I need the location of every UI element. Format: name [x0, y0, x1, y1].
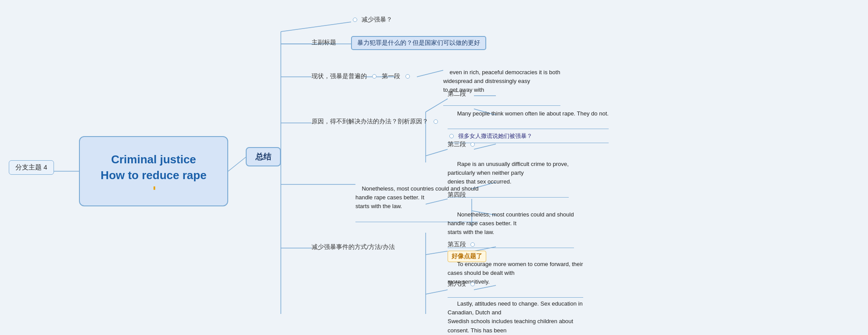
dot-yuan-yin [434, 119, 438, 124]
dot-di-yi-duan [405, 74, 410, 79]
di-liu-duan-text: Lastly, attitudes need to change. Sex ed… [448, 291, 583, 335]
dot-sub-di-er [449, 134, 454, 138]
jian-shao-label: 减少强暴？ [362, 16, 392, 24]
di-er-duan-container: 第二段 Many people think women often lie ab… [448, 90, 609, 143]
zhu-fu-biaoti-label: 主副标题 [312, 39, 336, 46]
svg-line-1 [228, 157, 246, 171]
di-liu-duan-container: 第六段 Lastly, attitudes need to change. Se… [448, 280, 583, 335]
di-er-duan-sub: 很多女人撒谎说她们被强暴？ [458, 132, 532, 140]
di-yi-duan-label: 第一段 [382, 72, 400, 80]
central-node-text: Criminal justice [100, 151, 206, 167]
mindmap-container: Criminal justice How to reduce rape ▮ 分支… [0, 0, 868, 335]
dot-di-wu [470, 242, 475, 247]
yuan-yin-label: 原因，得不到解决办法的办法？剖析原因？ [312, 118, 428, 126]
dot-jianshao [353, 18, 357, 22]
di-si-duan-label: 第四段 [448, 191, 466, 199]
jian-shao-node[interactable]: 减少强暴？ [351, 16, 392, 24]
bao-li-fanzui-node[interactable]: 暴力犯罪是什么的？但是国家们可以做的更好 [351, 36, 486, 50]
svg-line-25 [426, 251, 448, 255]
di-liu-duan-label: 第六段 [448, 280, 466, 288]
svg-line-6 [281, 22, 351, 32]
zhu-fu-biaoti-node[interactable]: 主副标题 [312, 39, 336, 47]
svg-line-27 [426, 290, 448, 294]
mindmap-icon: ▮ [153, 185, 156, 190]
di-er-duan-text: Many people think women often lie about … [448, 101, 609, 129]
branch-topic-label: 分支主题 4 [15, 163, 47, 171]
svg-line-16 [426, 149, 448, 156]
di-wu-duan-label: 第五段 [448, 241, 466, 249]
dot-di-liu [470, 282, 475, 286]
summary-label: 总结 [255, 152, 271, 161]
central-node[interactable]: Criminal justice How to reduce rape ▮ [79, 136, 228, 206]
dot-xian-zhuang [372, 74, 377, 79]
di-er-duan-label: 第二段 [448, 90, 466, 98]
bao-li-fanzui-label: 暴力犯罪是什么的？但是国家们可以做的更好 [357, 39, 480, 46]
jian-shao-fangshi-label: 减少强暴事件的方式/方法/办法 [312, 243, 395, 251]
dot-di-san [470, 142, 475, 147]
jian-shao-fangshi-node[interactable]: 减少强暴事件的方式/方法/办法 [312, 243, 395, 251]
xian-zhuang-label: 现状，强暴是普遍的 [312, 72, 367, 80]
central-node-text2: How to reduce rape [100, 167, 206, 183]
di-san-duan-label: 第三段 [448, 140, 466, 148]
summary-node[interactable]: 总结 [246, 147, 281, 166]
svg-line-10 [417, 70, 443, 77]
yuan-yin-node[interactable]: 原因，得不到解决办法的办法？剖析原因？ [312, 118, 440, 126]
branch-topic-4[interactable]: 分支主题 4 [9, 160, 54, 175]
xian-zhuang-node[interactable]: 现状，强暴是普遍的 第一段 [312, 72, 412, 80]
